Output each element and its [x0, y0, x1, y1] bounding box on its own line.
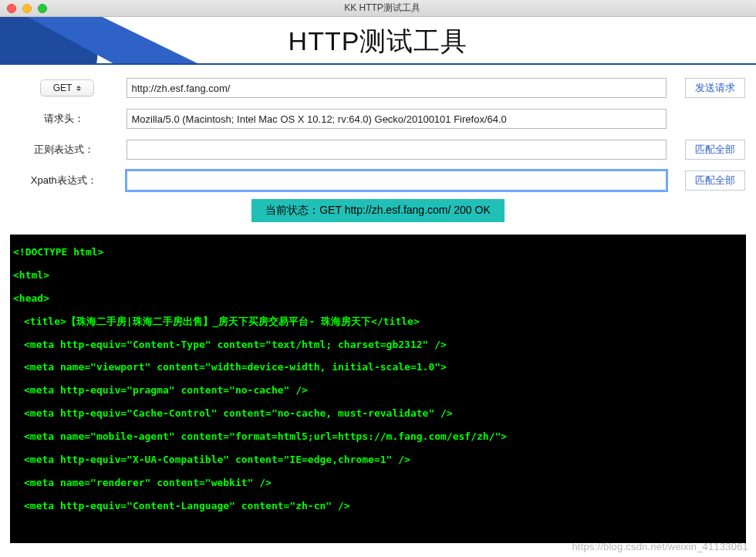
traffic-lights [0, 4, 47, 13]
output-line: <meta name="viewport" content="width=dev… [13, 356, 743, 379]
zoom-icon[interactable] [38, 4, 47, 13]
headers-label: 请求头： [11, 112, 117, 126]
form-area: GET 发送请求 请求头： 正则表达式： 匹配全部 Xpath表达式： [0, 65, 756, 235]
headers-input[interactable] [127, 109, 667, 129]
http-method-select[interactable]: GET [40, 79, 94, 96]
output-line: <meta http-equiv="Cache-Control" content… [13, 402, 743, 425]
xpath-match-all-button[interactable]: 匹配全部 [685, 170, 745, 191]
window-titlebar: KK HTTP测试工具 [0, 0, 756, 17]
http-method-value: GET [53, 83, 73, 93]
output-line: <meta http-equiv="Content-Language" cont… [13, 495, 743, 518]
select-caret-icon [76, 86, 81, 91]
output-line: <meta http-equiv="Content-Type" content=… [13, 333, 743, 356]
watermark: https://blog.csdn.net/weixin_41133061 [572, 541, 748, 552]
window-title: KK HTTP测试工具 [47, 2, 756, 15]
banner-shape-icon [0, 17, 201, 65]
output-line: <meta http-equiv="pragma" content="no-ca… [13, 379, 743, 402]
xpath-input[interactable] [127, 170, 667, 191]
response-output[interactable]: <!DOCTYPE html><html><head><title>【珠海二手房… [10, 235, 746, 543]
regex-label: 正则表达式： [11, 143, 117, 157]
banner: HTTP测试工具 [0, 17, 756, 65]
output-line: <html> [13, 264, 743, 287]
output-line: <meta name="renderer" content="webkit" /… [13, 471, 743, 495]
output-line: <!DOCTYPE html> [13, 241, 743, 264]
output-line: <meta name="mobile-agent" content="forma… [13, 425, 743, 448]
url-input[interactable] [127, 78, 667, 98]
status-badge: 当前状态：GET http://zh.esf.fang.com/ 200 OK [251, 199, 505, 222]
minimize-icon[interactable] [22, 4, 32, 13]
output-line: <title>【珠海二手房|珠海二手房出售】_房天下买房交易平台- 珠海房天下<… [13, 310, 743, 333]
xpath-label: Xpath表达式： [11, 174, 117, 187]
regex-input[interactable] [127, 140, 667, 160]
close-icon[interactable] [7, 4, 16, 13]
output-line: <meta http-equiv="X-UA-Compatible" conte… [13, 448, 743, 471]
regex-match-all-button[interactable]: 匹配全部 [685, 140, 745, 160]
send-request-button[interactable]: 发送请求 [685, 78, 745, 98]
output-line: <head> [13, 287, 743, 310]
